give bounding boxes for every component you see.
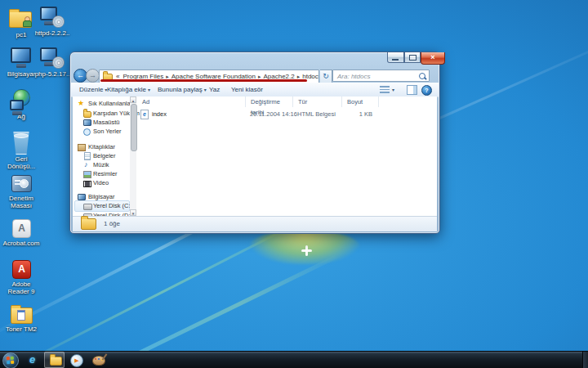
- show-desktop-button[interactable]: [582, 352, 588, 368]
- desktop-icon-label: Geri Dönüşü...: [2, 155, 40, 170]
- sidebar-item-recent-places[interactable]: Son Yerler: [83, 127, 122, 136]
- sidebar-item-local-disk-c[interactable]: Yerel Disk (C:): [83, 201, 132, 210]
- column-header-type[interactable]: Tür: [293, 96, 342, 107]
- recent-places-icon: [83, 128, 91, 136]
- disk-icon: [83, 204, 92, 210]
- libraries-icon: [78, 144, 86, 151]
- search-icon[interactable]: [419, 73, 425, 79]
- command-bar: Düzenle▾ Kitaplığa ekle▾ Bununla paylaş▾…: [71, 83, 439, 97]
- desktop-icon-label: Ağ: [2, 113, 40, 120]
- desktop-icon-label: Acrobat.com: [2, 240, 40, 247]
- documents-icon: [84, 152, 91, 160]
- sidebar-item-computer[interactable]: Bilgisayar: [78, 192, 115, 201]
- views-dropdown-icon[interactable]: ▾: [392, 87, 394, 92]
- sidebar-item-video[interactable]: Video: [83, 178, 109, 187]
- search-placeholder: Ara: htdocs: [337, 73, 370, 80]
- desktop-icon-recycle-bin[interactable]: Geri Dönüşü...: [2, 131, 40, 170]
- refresh-button[interactable]: ↻: [320, 70, 332, 83]
- shared-folder-icon: [5, 7, 38, 31]
- desktop-icon-label: php-5.2.17..: [33, 70, 71, 78]
- desktop-icon-ag-network[interactable]: Ağ: [2, 88, 40, 120]
- desktop-icon-label: httpd-2.2.2..: [33, 29, 71, 37]
- star-icon: ★: [78, 100, 84, 107]
- recycle-bin-icon: [5, 131, 38, 155]
- minimize-button[interactable]: [387, 52, 404, 63]
- item-count: 1 öğe: [104, 220, 120, 227]
- taskbar-media-player[interactable]: ▶: [66, 352, 87, 368]
- scrollbar-down-icon[interactable]: ▾: [130, 209, 136, 216]
- desktop-icon-php-installer[interactable]: php-5.2.17..: [33, 46, 71, 78]
- chevron-down-icon: ▾: [146, 88, 150, 92]
- column-header-name[interactable]: Ad ▴: [137, 96, 246, 107]
- search-input[interactable]: Ara: htdocs: [332, 70, 430, 82]
- sidebar-item-favorites[interactable]: ★ Sık Kullanılanlar: [78, 99, 132, 108]
- help-button[interactable]: ?: [421, 85, 432, 96]
- menu-yeni-klasor[interactable]: Yeni klasör: [231, 83, 263, 96]
- wallpaper-sparkle: [301, 245, 312, 256]
- network-globe-icon: [5, 88, 38, 113]
- taskbar: e ▶ ▴ ⚑ 13:44 06.12.2011: [0, 351, 588, 368]
- downloads-folder-icon: [83, 110, 91, 117]
- taskbar-windows-explorer[interactable]: [44, 352, 65, 368]
- video-icon: [83, 181, 91, 187]
- paint-palette-icon: [92, 356, 105, 366]
- annotation-underline: [100, 79, 307, 82]
- desktop-icon-adobe-reader[interactable]: A Adobe Reader 9: [2, 258, 40, 295]
- explorer-folder-icon: [50, 357, 62, 366]
- menu-yaz[interactable]: Yaz: [209, 83, 220, 96]
- taskbar-paint[interactable]: [88, 352, 109, 368]
- file-size: 1 KB: [342, 109, 372, 119]
- scrollbar-up-icon[interactable]: ▴: [130, 96, 136, 103]
- desktop-icon-label: Adobe Reader 9: [2, 280, 40, 295]
- desktop-icon-denetim-masasi[interactable]: Denetim Masası: [2, 173, 40, 209]
- forward-button[interactable]: →: [86, 69, 100, 83]
- installer-icon: [36, 46, 69, 70]
- adobe-reader-icon: A: [5, 258, 38, 280]
- maximize-button[interactable]: [404, 52, 421, 63]
- caption-buttons: ×: [387, 52, 445, 65]
- sidebar-item-libraries[interactable]: Kitaplıklar: [78, 142, 115, 151]
- desktop-icon-label: Toner TM2: [2, 325, 40, 333]
- views-icon[interactable]: [380, 86, 390, 93]
- file-name: index: [152, 109, 167, 119]
- sidebar-item-music[interactable]: ♪ Müzik: [83, 160, 109, 169]
- media-player-icon: ▶: [70, 354, 83, 367]
- menu-bununla-paylas[interactable]: Bununla paylaş▾: [158, 83, 207, 96]
- close-button[interactable]: ×: [421, 52, 445, 65]
- file-modified: 20.11.2004 14:16: [250, 109, 297, 119]
- menu-kitapliga-ekle[interactable]: Kitaplığa ekle▾: [107, 83, 150, 96]
- html-file-icon: e: [140, 110, 149, 119]
- music-note-icon: ♪: [84, 161, 88, 168]
- pictures-icon: [83, 171, 91, 178]
- desktop-icon-acrobat-com[interactable]: A Acrobat.com: [2, 218, 40, 247]
- folder-icon: [81, 218, 96, 230]
- control-panel-icon: [5, 173, 38, 195]
- windows-flag-icon: [7, 357, 15, 365]
- sidebar-item-desktop[interactable]: Masaüstü: [83, 118, 120, 127]
- taskbar-internet-explorer[interactable]: e: [22, 352, 42, 368]
- preview-pane-icon[interactable]: [407, 85, 417, 95]
- desktop-icon-label: Denetim Masası: [2, 195, 40, 209]
- computer-icon: [5, 46, 38, 70]
- file-row-index[interactable]: e index 20.11.2004 14:16 HTML Belgesi 1 …: [137, 109, 437, 119]
- computer-icon: [78, 194, 86, 200]
- column-header-size[interactable]: Boyut: [342, 96, 379, 107]
- explorer-content: ★ Sık Kullanılanlar Karşıdan Yüklem Masa…: [73, 96, 437, 216]
- chevron-down-icon: ▾: [203, 88, 207, 92]
- start-button[interactable]: [2, 352, 19, 368]
- internet-explorer-icon: e: [29, 353, 35, 366]
- desktop-icon-toner-folder[interactable]: Toner TM2: [2, 304, 40, 333]
- column-header-modified[interactable]: Değiştirme tarihi: [246, 96, 293, 107]
- file-type: HTML Belgesi: [297, 109, 336, 119]
- desktop-icon-httpd-installer[interactable]: httpd-2.2.2..: [33, 5, 71, 37]
- sidebar-item-pictures[interactable]: Resimler: [83, 169, 118, 178]
- acrobat-icon: A: [5, 218, 38, 240]
- details-pane: 1 öğe: [73, 216, 437, 231]
- folder-icon: [5, 304, 38, 325]
- installer-icon: [36, 5, 69, 29]
- sidebar-item-documents[interactable]: Belgeler: [83, 151, 116, 160]
- scrollbar-thumb[interactable]: [131, 104, 137, 151]
- menu-duzenle[interactable]: Düzenle▾: [79, 83, 107, 96]
- desktop-monitor-icon: [83, 119, 91, 126]
